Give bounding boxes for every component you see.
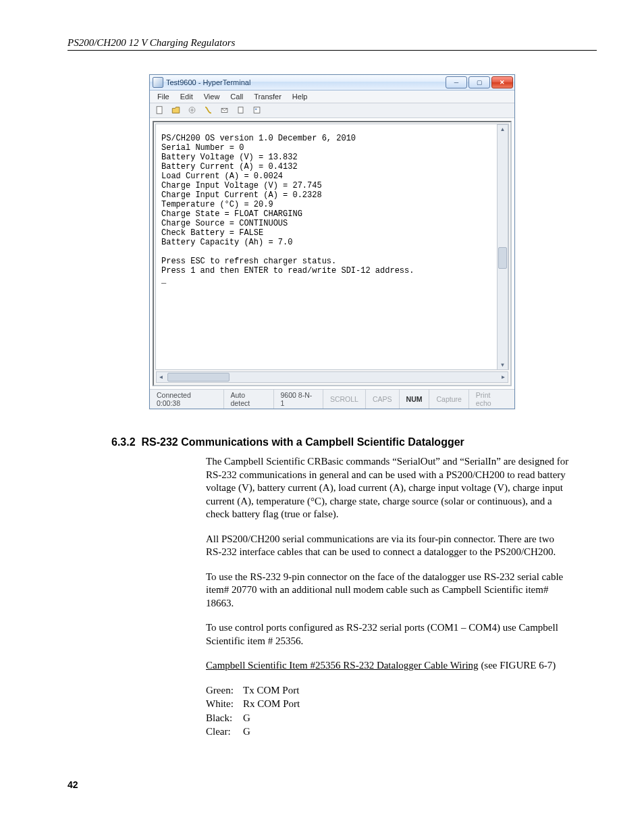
running-head: PS200/CH200 12 V Charging Regulators [68, 37, 597, 51]
scroll-right-icon[interactable]: ► [499, 373, 508, 382]
status-capture: Capture [429, 390, 468, 409]
figure-hyperterminal: Test9600 - HyperTerminal ─ ▢ ✕ File Edit… [68, 74, 597, 409]
disconnect-icon[interactable] [202, 105, 214, 115]
svg-rect-0 [157, 107, 162, 114]
vertical-scrollbar[interactable]: ▲ ▼ [497, 124, 508, 370]
send-icon[interactable] [218, 105, 230, 115]
section-number: 6.3.2 [111, 436, 136, 448]
wiring-heading-line: Campbell Scientific Item #25356 RS-232 D… [206, 659, 570, 673]
wiring-table: Green:Tx COM Port White:Rx COM Port Blac… [206, 684, 570, 739]
wiring-heading-tail: (see FIGURE 6-7) [479, 660, 556, 671]
scroll-up-icon[interactable]: ▲ [498, 125, 507, 134]
wire-color-2: Black: [206, 712, 243, 725]
terminal-output-text: PS/CH200 OS version 1.0 December 6, 2010… [161, 134, 504, 285]
section-title: RS-232 Communications with a Campbell Sc… [141, 436, 464, 448]
wire-sig-2: G [243, 712, 570, 725]
section-heading: 6.3.2 RS-232 Communications with a Campb… [111, 436, 597, 448]
properties-icon[interactable] [250, 105, 263, 115]
status-scroll: SCROLL [323, 390, 366, 409]
vertical-scroll-thumb[interactable] [498, 247, 507, 269]
svg-rect-5 [254, 108, 257, 110]
terminal-output-area[interactable]: PS/CH200 OS version 1.0 December 6, 2010… [155, 124, 509, 370]
hyperterminal-window: Test9600 - HyperTerminal ─ ▢ ✕ File Edit… [149, 74, 515, 409]
paragraph-3: To use the RS-232 9-pin connector on the… [206, 571, 570, 610]
terminal-frame: PS/CH200 OS version 1.0 December 6, 2010… [153, 121, 512, 386]
horizontal-scroll-thumb[interactable] [167, 373, 230, 382]
menu-help[interactable]: Help [288, 92, 313, 101]
menu-file[interactable]: File [153, 92, 174, 101]
statusbar: Connected 0:00:38 Auto detect 9600 8-N-1… [150, 389, 514, 409]
wire-sig-0: Tx COM Port [243, 684, 570, 698]
toolbar [150, 103, 514, 118]
new-icon[interactable] [153, 105, 165, 115]
receive-icon[interactable] [234, 105, 246, 115]
status-printecho: Print echo [469, 390, 514, 409]
wiring-heading: Campbell Scientific Item #25356 RS-232 D… [206, 660, 479, 671]
paragraph-1: The Campbell Scientific CRBasic commands… [206, 455, 570, 521]
menu-transfer[interactable]: Transfer [249, 92, 286, 101]
connect-icon[interactable] [186, 105, 198, 115]
menubar: File Edit View Call Transfer Help [150, 90, 514, 103]
open-icon[interactable] [169, 105, 182, 115]
status-connected: Connected 0:00:38 [150, 390, 224, 409]
wire-sig-3: G [243, 725, 570, 739]
paragraph-2: All PS200/CH200 serial communications ar… [206, 533, 570, 559]
maximize-button[interactable]: ▢ [468, 76, 490, 88]
paragraph-4: To use control ports configured as RS-23… [206, 621, 570, 648]
wire-color-3: Clear: [206, 725, 243, 739]
menu-view[interactable]: View [199, 92, 225, 101]
status-settings: 9600 8-N-1 [274, 390, 323, 409]
status-caps: CAPS [366, 390, 400, 409]
status-num: NUM [400, 390, 430, 409]
minimize-button[interactable]: ─ [446, 76, 467, 88]
wire-sig-1: Rx COM Port [243, 698, 570, 711]
app-icon [153, 77, 163, 88]
window-titlebar: Test9600 - HyperTerminal ─ ▢ ✕ [150, 75, 514, 90]
scroll-left-icon[interactable]: ◄ [157, 373, 165, 382]
window-title: Test9600 - HyperTerminal [166, 78, 446, 86]
page-number: 42 [68, 779, 597, 790]
wire-color-0: Green: [206, 684, 243, 698]
wire-color-1: White: [206, 698, 243, 711]
scroll-down-icon[interactable]: ▼ [498, 361, 507, 369]
status-detect: Auto detect [224, 390, 274, 409]
menu-edit[interactable]: Edit [176, 92, 198, 101]
horizontal-scrollbar[interactable]: ◄ ► [156, 371, 508, 383]
close-button[interactable]: ✕ [491, 76, 513, 88]
menu-call[interactable]: Call [225, 92, 248, 101]
svg-rect-3 [238, 107, 243, 113]
